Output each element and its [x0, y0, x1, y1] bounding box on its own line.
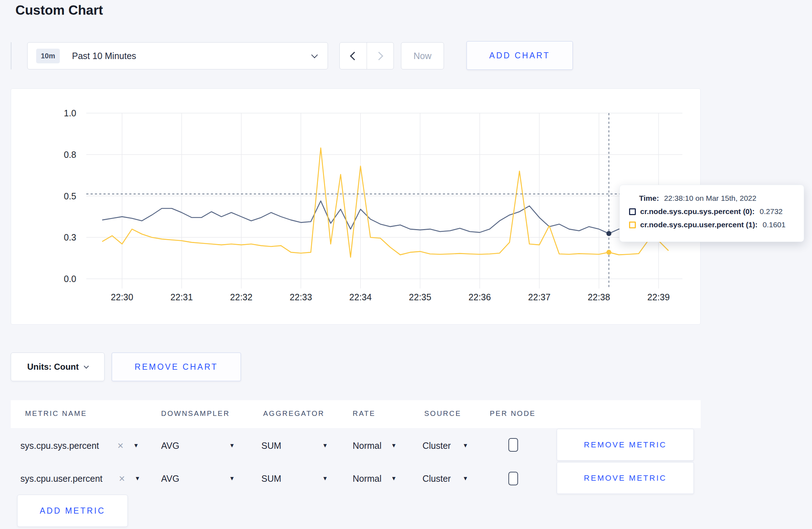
chevron-right-icon [375, 52, 383, 60]
svg-text:22:31: 22:31 [170, 292, 193, 302]
svg-text:0.5: 0.5 [64, 191, 76, 201]
units-label: Units: Count [27, 362, 79, 372]
column-header-rate: RATE [353, 409, 376, 418]
add-metric-button[interactable]: ADD METRIC [17, 495, 128, 527]
column-header-aggregator: AGGREGATOR [263, 409, 325, 418]
svg-text:22:30: 22:30 [111, 292, 134, 302]
caret-down-icon[interactable]: ▼ [322, 442, 328, 449]
svg-text:0.3: 0.3 [64, 232, 76, 242]
clear-metric-icon[interactable]: × [119, 473, 125, 485]
downsampler-select[interactable]: AVG [161, 474, 179, 484]
series-color-swatch-icon [629, 208, 636, 215]
tooltip-series-row: cr.node.sys.cpu.user.percent (1): 0.1601 [629, 220, 795, 229]
caret-down-icon[interactable]: ▼ [391, 442, 397, 449]
svg-text:22:39: 22:39 [647, 292, 670, 302]
svg-text:0.0: 0.0 [64, 274, 76, 284]
clear-metric-icon[interactable]: × [117, 440, 124, 452]
caret-down-icon[interactable]: ▼ [322, 475, 328, 482]
chevron-down-icon [311, 52, 318, 58]
svg-text:22:36: 22:36 [469, 292, 491, 302]
chart-card: 0.00.30.50.81.022:3022:3122:3222:3322:34… [11, 88, 701, 325]
svg-text:22:37: 22:37 [528, 292, 551, 302]
page-title: Custom Chart [15, 3, 103, 18]
column-header-per-node: PER NODE [490, 409, 536, 418]
caret-down-icon[interactable]: ▼ [229, 442, 235, 449]
next-time-button[interactable] [367, 43, 394, 69]
tooltip-time-label: Time: [639, 194, 659, 203]
svg-text:22:32: 22:32 [230, 292, 253, 302]
tooltip-series-label: cr.node.sys.cpu.user.percent (1): [640, 220, 758, 229]
per-node-checkbox[interactable] [508, 472, 518, 485]
add-chart-button[interactable]: ADD CHART [467, 41, 573, 70]
downsampler-select[interactable]: AVG [161, 441, 179, 451]
rate-select[interactable]: Normal [353, 441, 382, 451]
chevron-down-icon [84, 364, 89, 369]
time-pager [339, 42, 394, 69]
svg-text:22:33: 22:33 [290, 292, 312, 302]
tooltip-series-value: 0.1601 [763, 220, 786, 229]
prev-time-button[interactable] [340, 43, 367, 69]
caret-down-icon[interactable]: ▼ [463, 442, 468, 449]
remove-chart-button[interactable]: REMOVE CHART [112, 353, 241, 381]
time-range-dropdown[interactable]: 10m Past 10 Minutes [27, 42, 328, 69]
chevron-left-icon [350, 52, 358, 60]
remove-metric-button[interactable]: REMOVE METRIC [557, 462, 694, 494]
caret-down-icon[interactable]: ▼ [135, 475, 140, 482]
rate-select[interactable]: Normal [353, 474, 382, 484]
remove-metric-button[interactable]: REMOVE METRIC [557, 429, 694, 461]
source-select[interactable]: Cluster [422, 474, 451, 484]
source-select[interactable]: Cluster [422, 441, 451, 451]
svg-text:0.8: 0.8 [64, 150, 76, 160]
aggregator-select[interactable]: SUM [261, 474, 281, 484]
caret-down-icon[interactable]: ▼ [391, 475, 397, 482]
series-color-swatch-icon [629, 222, 636, 228]
tooltip-series-label: cr.node.sys.cpu.sys.percent (0): [640, 207, 755, 216]
svg-text:22:38: 22:38 [588, 292, 610, 302]
time-range-badge: 10m [36, 49, 60, 63]
timescale-divider [11, 42, 11, 69]
per-node-checkbox[interactable] [508, 438, 518, 452]
tooltip-series-value: 0.2732 [760, 207, 783, 216]
svg-text:1.0: 1.0 [64, 108, 76, 118]
now-button[interactable]: Now [401, 42, 444, 69]
svg-text:22:34: 22:34 [349, 292, 372, 302]
units-dropdown[interactable]: Units: Count [11, 353, 105, 381]
column-header-downsampler: DOWNSAMPLER [161, 409, 230, 418]
caret-down-icon[interactable]: ▼ [133, 442, 139, 449]
column-header-metric-name: METRIC NAME [25, 409, 87, 418]
tooltip-time-value: 22:38:10 on Mar 15th, 2022 [664, 194, 757, 203]
caret-down-icon[interactable]: ▼ [229, 475, 235, 482]
metric-name-select[interactable]: sys.cpu.sys.percent [20, 441, 99, 451]
metric-name-select[interactable]: sys.cpu.user.percent [20, 474, 102, 484]
column-header-source: SOURCE [424, 409, 461, 418]
time-range-label: Past 10 Minutes [72, 51, 136, 61]
tooltip-series-row: cr.node.sys.cpu.sys.percent (0): 0.2732 [629, 207, 795, 216]
line-chart[interactable]: 0.00.30.50.81.022:3022:3122:3222:3322:34… [11, 89, 700, 324]
svg-text:22:35: 22:35 [409, 292, 431, 302]
aggregator-select[interactable]: SUM [261, 441, 281, 451]
chart-tooltip: Time: 22:38:10 on Mar 15th, 2022 cr.node… [619, 185, 804, 242]
tooltip-time-row: Time: 22:38:10 on Mar 15th, 2022 [629, 194, 795, 203]
metrics-table-header: METRIC NAME DOWNSAMPLER AGGREGATOR RATE … [11, 400, 701, 428]
caret-down-icon[interactable]: ▼ [463, 475, 468, 482]
